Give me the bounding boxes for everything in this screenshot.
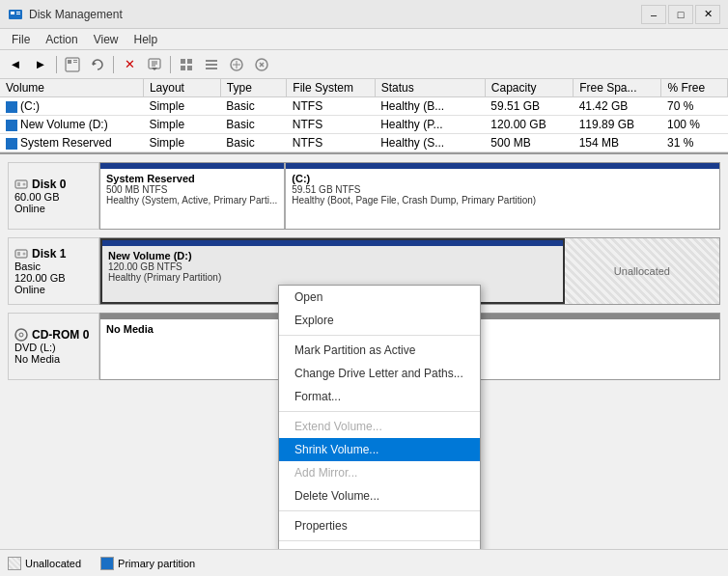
context-menu-item[interactable]: Explore [279,309,480,332]
toolbar-forward[interactable]: ► [29,54,52,75]
context-menu-item[interactable]: Open [279,286,480,309]
svg-rect-28 [17,182,20,186]
context-menu-item[interactable]: Mark Partition as Active [279,339,480,362]
partition-0-0[interactable]: System Reserved 500 MB NTFS Healthy (Sys… [100,163,286,229]
cell-free: 119.89 GB [574,116,661,134]
table-row[interactable]: New Volume (D:) Simple Basic NTFS Health… [0,116,728,134]
disk-label-2: CD-ROM 0 DVD (L:) No Media [8,313,99,380]
table-row[interactable]: (C:) Simple Basic NTFS Healthy (B... 59.… [0,97,728,116]
cell-volume: System Reserved [0,134,143,152]
cell-pct: 31 % [661,134,728,152]
svg-rect-1 [11,12,14,14]
context-menu-item[interactable]: Format... [279,385,480,408]
legend-box-primary [100,557,114,570]
window-controls: – □ ✕ [641,5,720,24]
toolbar-b3[interactable] [225,54,248,75]
context-menu-item[interactable]: Properties [279,514,480,537]
cell-status: Healthy (P... [375,116,485,134]
col-capacity[interactable]: Capacity [485,79,573,97]
col-free[interactable]: Free Spa... [574,79,661,97]
svg-point-32 [23,253,26,256]
minimize-button[interactable]: – [641,5,666,24]
col-fs[interactable]: File System [287,79,375,97]
menu-help[interactable]: Help [126,31,166,48]
col-volume[interactable]: Volume [0,79,143,97]
legend-label-primary: Primary partition [118,558,195,569]
toolbar-refresh[interactable] [86,54,109,75]
context-menu-item[interactable]: Delete Volume... [279,484,480,507]
partition-detail2: Healthy (System, Active, Primary Parti..… [106,195,278,206]
cell-capacity: 500 MB [485,134,573,152]
context-menu-item: Extend Volume... [279,415,480,438]
toolbar-b4[interactable] [250,54,273,75]
menu-file[interactable]: File [4,31,38,48]
svg-rect-14 [181,59,185,64]
main-content: Volume Layout Type File System Status Ca… [0,79,728,576]
table-row[interactable]: System Reserved Simple Basic NTFS Health… [0,134,728,152]
partition-detail2: Healthy (Primary Partition) [108,272,557,283]
toolbar-b1[interactable] [175,54,198,75]
legend-primary: Primary partition [100,557,195,570]
svg-rect-15 [187,59,192,64]
svg-rect-5 [68,60,71,64]
cell-pct: 100 % [661,116,728,134]
cell-fs: NTFS [287,97,375,116]
cell-volume: (C:) [0,97,143,116]
cell-fs: NTFS [287,116,375,134]
svg-marker-8 [93,62,97,66]
svg-rect-7 [73,62,77,63]
col-status[interactable]: Status [375,79,485,97]
cell-status: Healthy (S... [375,134,485,152]
cell-volume: New Volume (D:) [0,116,143,134]
toolbar-back[interactable]: ◄ [4,54,27,75]
legend-bar: Unallocated Primary partition [0,549,728,576]
app-icon [8,7,23,22]
disk-drive-icon [14,178,28,191]
context-menu-item[interactable]: Help [279,544,480,549]
svg-rect-2 [16,12,20,13]
cell-fs: NTFS [287,134,375,152]
toolbar-sep-2 [113,56,114,73]
col-layout[interactable]: Layout [143,79,220,97]
help-icon [147,57,162,72]
col-pct[interactable]: % Free [661,79,728,97]
partition-0-1[interactable]: (C:) 59.51 GB NTFS Healthy (Boot, Page F… [286,163,719,229]
context-menu-item[interactable]: Change Drive Letter and Paths... [279,362,480,385]
disk-drive-icon [14,247,28,261]
legend-unallocated: Unallocated [8,557,81,570]
partition-detail2: Healthy (Boot, Page File, Crash Dump, Pr… [292,195,714,206]
disk-row: Disk 0 60.00 GB Online System Reserved 5… [8,162,720,230]
svg-rect-6 [73,60,77,61]
toolbar-b2[interactable] [200,54,223,75]
cell-type: Basic [220,97,287,116]
svg-point-33 [15,329,27,341]
svg-point-34 [19,333,23,337]
context-menu-item[interactable]: Shrink Volume... [279,438,480,461]
svg-rect-20 [206,68,217,69]
cell-status: Healthy (B... [375,97,485,116]
toolbar-icon-2 [204,57,219,72]
maximize-button[interactable]: □ [668,5,693,24]
toolbar-properties[interactable] [61,54,84,75]
svg-rect-16 [181,66,185,70]
context-menu-separator [279,540,480,541]
toolbar: ◄ ► ✕ [0,50,728,79]
toolbar-cancel[interactable]: ✕ [118,54,141,75]
cell-layout: Simple [143,116,220,134]
menu-view[interactable]: View [86,31,126,48]
partition-name: System Reserved [106,173,278,184]
svg-rect-3 [16,14,20,14]
svg-rect-31 [17,252,20,256]
partition-detail1: 59.51 GB NTFS [292,184,714,195]
col-type[interactable]: Type [220,79,287,97]
svg-rect-19 [206,64,217,66]
close-button[interactable]: ✕ [695,5,720,24]
cell-capacity: 59.51 GB [485,97,573,116]
toolbar-help2[interactable] [143,54,166,75]
menu-action[interactable]: Action [38,31,85,48]
context-menu-separator [279,411,480,412]
window-title: Disk Management [29,8,123,21]
partition-unallocated[interactable]: Unallocated [565,238,719,304]
title-bar: Disk Management – □ ✕ [0,0,728,29]
cell-pct: 70 % [661,97,728,116]
